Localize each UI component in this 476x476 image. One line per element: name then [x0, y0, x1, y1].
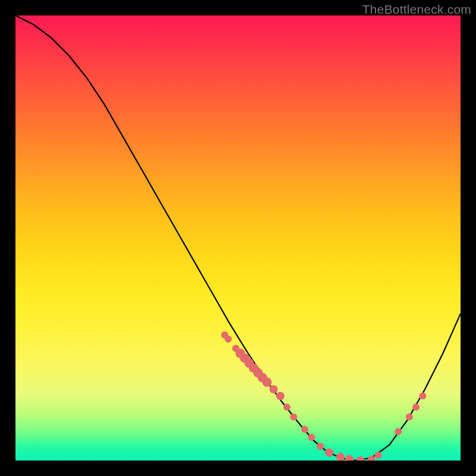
curve-marker: [419, 393, 426, 400]
curve-marker: [262, 377, 272, 387]
curve-marker: [394, 428, 402, 435]
curve-marker: [345, 455, 353, 461]
curve-marker: [412, 403, 419, 411]
curve-marker: [301, 426, 308, 433]
curve-marker: [290, 414, 298, 421]
curve-marker: [356, 456, 365, 461]
chart-svg: [15, 15, 461, 461]
curve-marker: [276, 392, 284, 400]
curve-marker: [325, 449, 333, 457]
curve-marker: [375, 452, 382, 459]
curve-marker: [317, 443, 324, 450]
bottleneck-curve: [15, 15, 461, 461]
curve-marker: [283, 403, 290, 411]
curve-marker: [336, 453, 345, 461]
curve-marker: [308, 434, 315, 441]
curve-marker: [406, 414, 413, 421]
curve-markers: [221, 331, 427, 461]
watermark-label: TheBottleneck.com: [362, 2, 471, 17]
curve-marker: [225, 336, 232, 343]
plot-area: [15, 15, 461, 461]
chart-container: TheBottleneck.com: [0, 0, 476, 476]
curve-marker: [270, 385, 278, 393]
